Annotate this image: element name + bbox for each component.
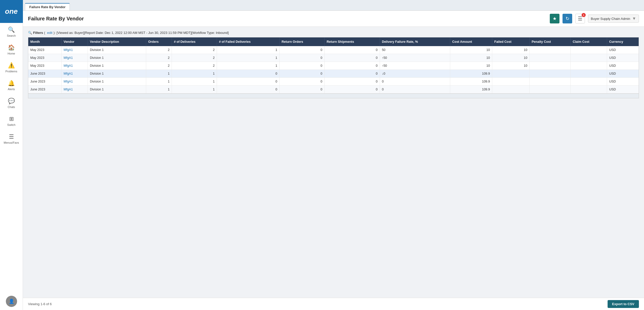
cell-cost-amount: 109.9 [450,70,492,78]
cell-orders: 1 [146,86,172,93]
sidebar-item-alerts[interactable]: 🔔 Alerts [0,76,23,94]
sidebar-item-switch[interactable]: ⊞ Switch [0,112,23,130]
sidebar-item-label: Chats [8,105,15,109]
cell-orders: 2 [146,62,172,70]
cell-vendor[interactable]: MfgA1 [61,70,88,78]
filters-bar: 🔍 Filters ( edit ): [Viewed as: Buyer][R… [28,31,639,35]
col-penalty-cost: Penalty Cost [529,37,570,46]
col-return-orders: Return Orders [279,37,324,46]
cell-return-orders: 0 [279,54,324,62]
cell-currency: USD [607,78,639,86]
cell-cost-amount: 10 [450,62,492,70]
cell-currency: USD [607,62,639,70]
cell-penalty-cost [529,70,570,78]
cell-return-orders: 0 [279,46,324,54]
col-orders: Orders [146,37,172,46]
sidebar-item-chats[interactable]: 💬 Chats [0,94,23,112]
cell-claim-cost [571,86,607,93]
tab-failure-rate[interactable]: Failure Rate By Vendor [25,3,70,10]
sidebar-item-home[interactable]: 🏠 Home [0,41,23,59]
table-row: June 2023 MfgA1 Division 1 1 1 0 0 0 ↓0 … [28,70,639,78]
cell-claim-cost [571,78,607,86]
sidebar-item-label: Home [8,52,15,55]
cell-failed-cost [492,78,530,86]
filters-text: [Viewed as: Buyer][Report Date: Dec 1, 2… [57,31,229,35]
alerts-icon: 🔔 [8,80,15,87]
sidebar-item-problems[interactable]: ⚠️ Problems [0,59,23,76]
user-avatar[interactable]: 👤 [6,296,17,307]
cell-return-shipments: 0 [324,86,380,93]
cell-vendor-desc: Division 1 [88,62,146,70]
cell-month: May 2023 [28,46,61,54]
horizontal-scrollbar[interactable] [28,93,639,98]
col-month: Month [28,37,61,46]
star-button[interactable]: ★ [550,14,559,23]
table-row: May 2023 MfgA1 Division 1 2 2 1 0 0 ↑50 … [28,62,639,70]
cell-cost-amount: 109.9 [450,78,492,86]
col-failed-cost: Failed Cost [492,37,530,46]
cell-deliveries: 1 [172,86,217,93]
cell-vendor-desc: Division 1 [88,70,146,78]
header-row: Failure Rate By Vendor ★ ↻ ☰ 1 Buyer Sup… [23,11,644,27]
user-dropdown[interactable]: Buyer Supply Chain Admin ▼ [588,15,639,23]
menu-icon: ☰ [578,16,582,22]
cell-failure-rate: 0 [380,78,450,86]
cell-failed-cost: 10 [492,62,530,70]
cell-month: May 2023 [28,54,61,62]
export-csv-button[interactable]: Export to CSV [608,300,639,308]
notification-badge: 1 [582,13,586,17]
table-row: June 2023 MfgA1 Division 1 1 1 0 0 0 0 1… [28,78,639,86]
col-vendor-desc: Vendor Description [88,37,146,46]
cell-vendor[interactable]: MfgA1 [61,46,88,54]
cell-currency: USD [607,86,639,93]
cell-return-orders: 0 [279,62,324,70]
cell-orders: 2 [146,54,172,62]
home-icon: 🏠 [8,44,15,51]
cell-failed-deliveries: 1 [217,46,279,54]
cell-claim-cost [571,54,607,62]
menu-button[interactable]: ☰ 1 [575,14,585,23]
table-row: May 2023 MfgA1 Division 1 2 2 1 0 0 50 1… [28,46,639,54]
table-row: June 2023 MfgA1 Division 1 1 1 0 0 0 0 1… [28,86,639,93]
cell-vendor[interactable]: MfgA1 [61,86,88,93]
cell-orders: 2 [146,46,172,54]
cell-return-shipments: 0 [324,62,380,70]
cell-month: June 2023 [28,70,61,78]
sidebar-item-label: Search [7,34,16,37]
cell-failure-rate: ↑50 [380,62,450,70]
cell-failed-cost: 10 [492,46,530,54]
cell-vendor-desc: Division 1 [88,78,146,86]
col-claim-cost: Claim Cost [571,37,607,46]
cell-vendor[interactable]: MfgA1 [61,62,88,70]
cell-deliveries: 1 [172,78,217,86]
cell-cost-amount: 10 [450,54,492,62]
sidebar-item-menus[interactable]: ☰ Menus/Favs [0,130,23,148]
menus-icon: ☰ [9,133,14,140]
table-row: May 2023 MfgA1 Division 1 2 2 1 0 0 ↑50 … [28,54,639,62]
cell-return-shipments: 0 [324,54,380,62]
col-failed-deliveries: # of Failed Deliveries [217,37,279,46]
cell-vendor-desc: Division 1 [88,46,146,54]
cell-deliveries: 1 [172,70,217,78]
sidebar-item-label: Alerts [8,88,15,91]
app-logo[interactable]: one [0,0,23,23]
cell-cost-amount: 10 [450,46,492,54]
refresh-button[interactable]: ↻ [563,14,572,23]
sidebar-item-search[interactable]: 🔍 Search [0,23,23,41]
cell-orders: 1 [146,70,172,78]
cell-return-shipments: 0 [324,70,380,78]
cell-failed-cost [492,86,530,93]
cell-failure-rate: 50 [380,46,450,54]
chevron-down-icon: ▼ [632,16,636,21]
col-return-shipments: Return Shipments [324,37,380,46]
cell-month: June 2023 [28,86,61,93]
filters-label: Filters [33,31,43,35]
cell-penalty-cost [529,54,570,62]
sidebar-item-label: Menus/Favs [4,141,19,144]
filters-edit-link[interactable]: edit [47,31,52,35]
cell-vendor[interactable]: MfgA1 [61,54,88,62]
cell-vendor[interactable]: MfgA1 [61,78,88,86]
sidebar-item-label: Problems [5,70,17,73]
logo-text: one [5,7,18,16]
cell-failed-deliveries: 1 [217,54,279,62]
